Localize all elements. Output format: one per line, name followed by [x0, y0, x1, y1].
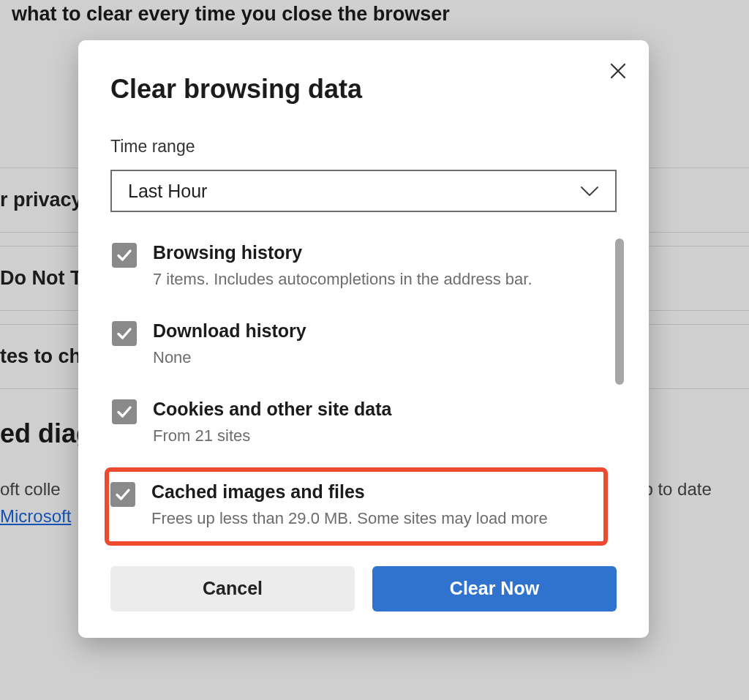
option-subtitle: 7 items. Includes autocompletions in the…	[153, 268, 593, 290]
checkbox-cached-images[interactable]	[110, 482, 135, 507]
checkbox-browsing-history[interactable]	[112, 243, 137, 268]
option-browsing-history: Browsing history7 items. Includes autoco…	[110, 237, 595, 295]
option-text: Cookies and other site dataFrom 21 sites	[153, 398, 593, 447]
option-title: Cookies and other site data	[153, 398, 593, 421]
checkbox-cookies[interactable]	[112, 399, 137, 424]
option-title: Cached images and files	[151, 481, 596, 503]
scrollbar-thumb[interactable]	[615, 238, 624, 385]
option-subtitle: Frees up less than 29.0 MB. Some sites m…	[151, 508, 596, 530]
option-cached-images: Cached images and filesFrees up less tha…	[109, 472, 603, 541]
options-scroll-area: Browsing history7 items. Includes autoco…	[110, 237, 617, 541]
option-text: Cached images and filesFrees up less tha…	[151, 481, 596, 530]
checkbox-download-history[interactable]	[112, 321, 137, 346]
time-range-value: Last Hour	[128, 181, 207, 202]
chevron-down-icon	[580, 181, 599, 202]
option-subtitle: From 21 sites	[153, 425, 593, 447]
option-text: Browsing history7 items. Includes autoco…	[153, 241, 593, 290]
clear-now-button[interactable]: Clear Now	[372, 566, 617, 611]
time-range-select[interactable]: Last Hour	[110, 170, 617, 212]
clear-browsing-data-dialog: Clear browsing data Time range Last Hour…	[78, 40, 649, 638]
option-text: Download historyNone	[153, 320, 593, 369]
check-icon	[116, 247, 132, 263]
option-subtitle: None	[153, 347, 593, 369]
options-list: Browsing history7 items. Includes autoco…	[110, 237, 617, 541]
close-icon	[610, 63, 626, 79]
option-cookies: Cookies and other site dataFrom 21 sites	[110, 394, 595, 451]
dialog-button-row: Cancel Clear Now	[110, 566, 617, 611]
time-range-label: Time range	[110, 137, 617, 157]
check-icon	[116, 404, 132, 420]
dialog-title: Clear browsing data	[110, 74, 617, 105]
check-icon	[116, 325, 132, 342]
check-icon	[115, 486, 131, 503]
cancel-button[interactable]: Cancel	[110, 566, 355, 611]
option-title: Download history	[153, 320, 593, 342]
close-button[interactable]	[605, 58, 631, 84]
option-download-history: Download historyNone	[110, 315, 595, 373]
option-title: Browsing history	[153, 241, 593, 264]
